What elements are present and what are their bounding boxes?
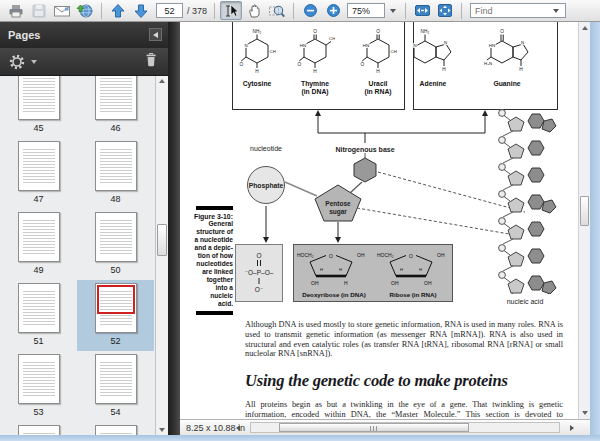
horizontal-scrollbar-thumb[interactable] bbox=[279, 423, 469, 432]
page-thumbnail[interactable]: 48 bbox=[77, 138, 154, 209]
nitrogenous-base-label: Nitrogenous base bbox=[325, 146, 405, 153]
thumbnail-page-image[interactable] bbox=[18, 141, 60, 191]
web-upload-button[interactable] bbox=[74, 1, 96, 20]
base-structure-cytosine: NH₂ O N CH H Cytosine bbox=[237, 26, 277, 88]
phosphate-label: Phosphate bbox=[249, 182, 284, 189]
text-select-tool-icon bbox=[223, 3, 239, 19]
atom-label: HN bbox=[363, 43, 369, 48]
horizontal-scrollbar[interactable] bbox=[250, 422, 560, 433]
thumbnail-page-number: 49 bbox=[33, 265, 43, 275]
email-button[interactable] bbox=[51, 1, 73, 20]
document-scrollbar-thumb[interactable] bbox=[580, 196, 589, 226]
figure-caption-text: General structure of a nucleotide and a … bbox=[184, 220, 233, 308]
thumbnail-page-number: 54 bbox=[110, 407, 120, 417]
collapse-arrow-icon bbox=[153, 32, 158, 38]
hscroll-left-icon[interactable] bbox=[236, 425, 240, 431]
page-thumbnail[interactable]: 49 bbox=[0, 209, 77, 280]
deoxyribose-structure: HOCH₂ O OH H H OH H bbox=[296, 248, 371, 288]
fit-width-button[interactable] bbox=[411, 1, 433, 20]
trash-icon bbox=[143, 51, 159, 68]
thumbnail-page-number: 48 bbox=[110, 194, 120, 204]
chain-unit bbox=[499, 110, 556, 136]
atom-label: N bbox=[521, 40, 524, 45]
thumbnail-page-image[interactable] bbox=[95, 283, 137, 333]
zoom-level-value: 75% bbox=[352, 6, 370, 16]
thumbnail-content-preview bbox=[23, 218, 55, 256]
atom-label: OH bbox=[424, 280, 432, 286]
thumbnail-page-image[interactable] bbox=[95, 354, 137, 404]
find-dropdown-caret[interactable] bbox=[553, 9, 559, 13]
sidebar-scrollbar-thumb[interactable] bbox=[157, 224, 167, 256]
page-view-indicator bbox=[97, 285, 135, 314]
thumbnail-page-image[interactable] bbox=[18, 283, 60, 333]
previous-page-button[interactable] bbox=[107, 1, 129, 20]
atom-label: HOCH₂ bbox=[377, 252, 394, 258]
thumbnail-page-number: 47 bbox=[33, 194, 43, 204]
marquee-zoom-button[interactable] bbox=[266, 1, 288, 20]
find-box[interactable] bbox=[470, 3, 566, 18]
page-thumbnail[interactable]: 53 bbox=[0, 351, 77, 422]
page-thumbnail[interactable]: 47 bbox=[0, 138, 77, 209]
page-thumbnail[interactable] bbox=[77, 422, 154, 435]
page-thumbnail[interactable]: 45 bbox=[0, 76, 77, 138]
collapse-panel-button[interactable] bbox=[149, 28, 162, 41]
atom-label: CH bbox=[270, 49, 276, 54]
panel-splitter[interactable] bbox=[168, 22, 180, 435]
toolbar-separator bbox=[214, 3, 215, 19]
thumbnail-page-image[interactable] bbox=[18, 354, 60, 404]
document-scrollbar[interactable] bbox=[578, 22, 590, 419]
atom-label: O bbox=[313, 29, 317, 34]
thumbnail-page-image[interactable] bbox=[95, 212, 137, 262]
page-down-icon bbox=[133, 3, 149, 19]
zoom-dropdown-caret[interactable] bbox=[390, 9, 396, 13]
scrollbar-grip bbox=[370, 426, 378, 431]
zoom-level-display[interactable]: 75% bbox=[347, 3, 385, 18]
thumbnail-page-image[interactable] bbox=[95, 141, 137, 191]
thumbnail-page-number: 51 bbox=[33, 336, 43, 346]
page-thumbnail[interactable]: 54 bbox=[77, 351, 154, 422]
page-thumbnail[interactable]: 46 bbox=[77, 76, 154, 138]
page-thumbnail[interactable]: 51 bbox=[0, 280, 77, 351]
fit-page-icon bbox=[437, 3, 453, 18]
page-up-icon bbox=[110, 3, 126, 19]
print-button[interactable] bbox=[5, 1, 27, 20]
page-thumbnail[interactable]: 52 bbox=[77, 280, 154, 351]
sidebar-scroll-up-icon[interactable] bbox=[159, 79, 165, 83]
next-page-button[interactable] bbox=[130, 1, 152, 20]
document-page: NH₂ O N CH H Cytosine O CH₃ O HN H Thymi… bbox=[180, 22, 578, 419]
base-structure-uracil: O O HN CH H Uracil (in RNA) bbox=[358, 26, 398, 95]
atom-label: H₂N bbox=[484, 61, 492, 66]
fit-page-button[interactable] bbox=[434, 1, 456, 20]
save-button[interactable] bbox=[28, 1, 50, 20]
zoom-in-button[interactable] bbox=[322, 1, 344, 20]
thumbnail-page-image[interactable] bbox=[95, 425, 137, 435]
base-structure-thymine: O CH₃ O HN H Thymine (in DNA) bbox=[295, 26, 335, 95]
thumbnail-page-image[interactable] bbox=[95, 76, 137, 120]
pages-panel-toolbar bbox=[0, 48, 168, 76]
panel-options-button[interactable] bbox=[9, 54, 41, 70]
scroll-up-icon[interactable] bbox=[582, 26, 588, 30]
zoom-out-button[interactable] bbox=[299, 1, 321, 20]
page-thumbnail[interactable]: 50 bbox=[77, 209, 154, 280]
atom-label: N bbox=[413, 43, 416, 48]
hscroll-right-icon[interactable] bbox=[570, 425, 574, 431]
thumbnail-content-preview bbox=[23, 147, 55, 185]
sugars-structure-box: HOCH₂ O OH H H OH H HOCH₂ O OH H H OH OH… bbox=[293, 244, 453, 302]
base-structure-guanine: O H₂N HN N H Guanine bbox=[484, 26, 530, 88]
toolbar-separator bbox=[293, 3, 294, 19]
page-thumbnail[interactable] bbox=[0, 422, 77, 435]
thumbnail-page-image[interactable] bbox=[18, 425, 60, 435]
select-tool-button[interactable] bbox=[220, 1, 242, 20]
uracil-ring: O O HN CH H bbox=[358, 26, 398, 76]
page-number-input[interactable] bbox=[156, 3, 183, 18]
atom-label: O bbox=[409, 253, 413, 259]
zoom-out-icon bbox=[303, 3, 318, 18]
sidebar-scrollbar[interactable] bbox=[155, 76, 168, 435]
find-input[interactable] bbox=[471, 6, 549, 16]
scroll-down-icon[interactable] bbox=[582, 411, 588, 415]
sidebar-scroll-down-icon[interactable] bbox=[159, 428, 165, 432]
delete-pages-button[interactable] bbox=[143, 51, 159, 72]
hand-tool-button[interactable] bbox=[243, 1, 265, 20]
thumbnail-page-image[interactable] bbox=[18, 212, 60, 262]
thumbnail-page-image[interactable] bbox=[18, 76, 60, 120]
